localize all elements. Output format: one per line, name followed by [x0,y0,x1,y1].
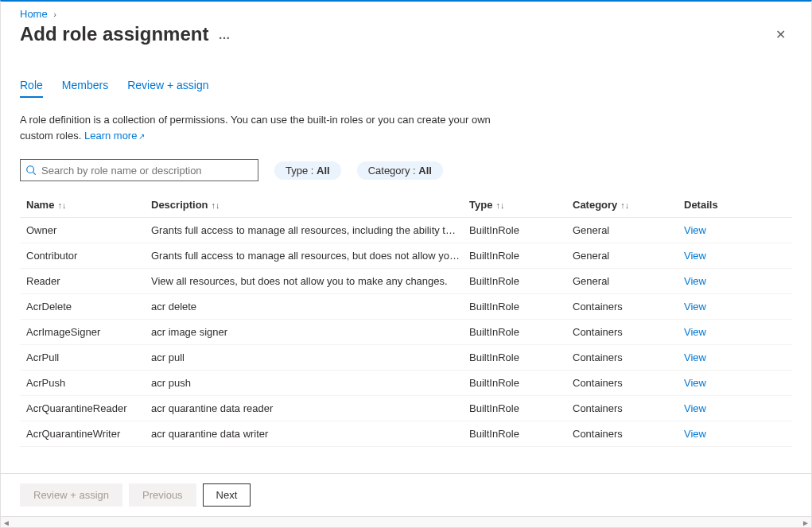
table-row[interactable]: ContributorGrants full access to manage … [20,243,792,269]
cell-category: General [573,224,684,236]
cell-description: acr quarantine data writer [151,428,469,440]
close-icon[interactable]: ✕ [769,24,792,45]
column-header-category-text: Category [573,199,617,211]
cell-description: View all resources, but does not allow y… [151,275,469,287]
cell-type: BuiltInRole [469,377,573,389]
column-header-type-text: Type [469,199,492,211]
cell-description: acr quarantine data reader [151,402,469,414]
learn-more-text: Learn more [84,130,137,142]
cell-category: Containers [573,428,684,440]
cell-details: View [684,326,763,338]
svg-point-0 [27,166,34,173]
column-header-description[interactable]: Description ↑↓ [151,199,469,211]
column-header-category[interactable]: Category ↑↓ [573,199,684,211]
description-text: A role definition is a collection of per… [20,112,513,143]
table-row[interactable]: OwnerGrants full access to manage all re… [20,218,792,243]
sort-icon: ↑↓ [495,200,504,210]
filter-type-label: Type : [286,165,317,177]
cell-category: General [573,250,684,262]
chevron-right-icon: › [53,10,56,19]
table-row[interactable]: AcrQuarantineWriteracr quarantine data w… [20,421,792,447]
scroll-left-icon[interactable]: ◄ [2,518,10,526]
filter-type-value: All [317,165,330,177]
cell-description: acr delete [151,301,469,313]
cell-category: General [573,275,684,287]
cell-details: View [684,224,763,236]
table-row[interactable]: AcrImageSigneracr image signerBuiltInRol… [20,320,792,345]
cell-type: BuiltInRole [469,250,573,262]
view-link[interactable]: View [684,377,706,389]
search-wrapper [20,159,258,181]
cell-name: Reader [20,275,151,287]
cell-description: Grants full access to manage all resourc… [151,250,469,262]
cell-type: BuiltInRole [469,275,573,287]
cell-details: View [684,250,763,262]
column-header-details-text: Details [684,199,718,211]
cell-name: AcrQuarantineReader [20,402,151,414]
cell-name: Owner [20,224,151,236]
cell-category: Containers [573,301,684,313]
cell-details: View [684,402,763,414]
view-link[interactable]: View [684,402,706,414]
footer: Review + assign Previous Next [1,473,811,516]
view-link[interactable]: View [684,250,706,262]
column-header-name[interactable]: Name ↑↓ [20,199,151,211]
view-link[interactable]: View [684,428,706,440]
learn-more-link[interactable]: Learn more↗ [84,130,145,142]
view-link[interactable]: View [684,275,706,287]
cell-details: View [684,377,763,389]
search-icon [25,165,37,176]
cell-description: acr image signer [151,326,469,338]
next-button[interactable]: Next [203,483,251,507]
view-link[interactable]: View [684,351,706,363]
table-header-row: Name ↑↓ Description ↑↓ Type ↑↓ Category … [20,192,792,218]
tabs: Role Members Review + assign [20,74,792,98]
previous-button[interactable]: Previous [129,483,196,507]
cell-description: acr pull [151,351,469,363]
table-body: OwnerGrants full access to manage all re… [20,218,792,447]
external-link-icon: ↗ [138,132,145,141]
review-assign-button[interactable]: Review + assign [20,483,122,507]
cell-category: Containers [573,326,684,338]
cell-type: BuiltInRole [469,301,573,313]
tab-review-assign[interactable]: Review + assign [127,74,208,98]
page-root: Home › Add role assignment … ✕ Role Memb… [0,0,812,528]
tab-members[interactable]: Members [62,74,108,98]
cell-details: View [684,351,763,363]
filter-row: Type : All Category : All [20,159,792,181]
cell-category: Containers [573,351,684,363]
filter-category-value: All [418,165,432,177]
content-scroll-area[interactable]: Role Members Review + assign A role defi… [1,61,811,473]
table-row[interactable]: AcrDeleteacr deleteBuiltInRoleContainers… [20,294,792,320]
view-link[interactable]: View [684,301,706,313]
column-header-description-text: Description [151,199,208,211]
cell-name: AcrImageSigner [20,326,151,338]
sort-icon: ↑↓ [212,200,220,210]
more-actions-icon[interactable]: … [218,28,231,41]
sort-icon: ↑↓ [57,200,66,210]
column-header-name-text: Name [26,199,54,211]
filter-pill-type[interactable]: Type : All [274,161,341,180]
cell-category: Containers [573,402,684,414]
page-header: Add role assignment … ✕ [1,20,811,61]
table-row[interactable]: AcrQuarantineReaderacr quarantine data r… [20,396,792,421]
view-link[interactable]: View [684,326,706,338]
table-row[interactable]: ReaderView all resources, but does not a… [20,269,792,294]
table-row[interactable]: AcrPushacr pushBuiltInRoleContainersView [20,371,792,396]
search-input[interactable] [37,161,253,180]
view-link[interactable]: View [684,224,706,236]
cell-description: acr push [151,377,469,389]
page-title-text: Add role assignment [20,23,208,45]
table-row[interactable]: AcrPullacr pullBuiltInRoleContainersView [20,345,792,371]
page-title: Add role assignment … [20,23,231,45]
scroll-right-icon[interactable]: ► [802,518,810,526]
breadcrumb-home-link[interactable]: Home [20,8,48,20]
filter-pill-category[interactable]: Category : All [357,161,443,180]
cell-name: AcrQuarantineWriter [20,428,151,440]
sort-icon: ↑↓ [620,200,629,210]
cell-type: BuiltInRole [469,224,573,236]
tab-role[interactable]: Role [20,74,43,98]
column-header-type[interactable]: Type ↑↓ [469,199,573,211]
horizontal-scrollbar[interactable]: ◄ ► [1,516,811,527]
cell-type: BuiltInRole [469,326,573,338]
